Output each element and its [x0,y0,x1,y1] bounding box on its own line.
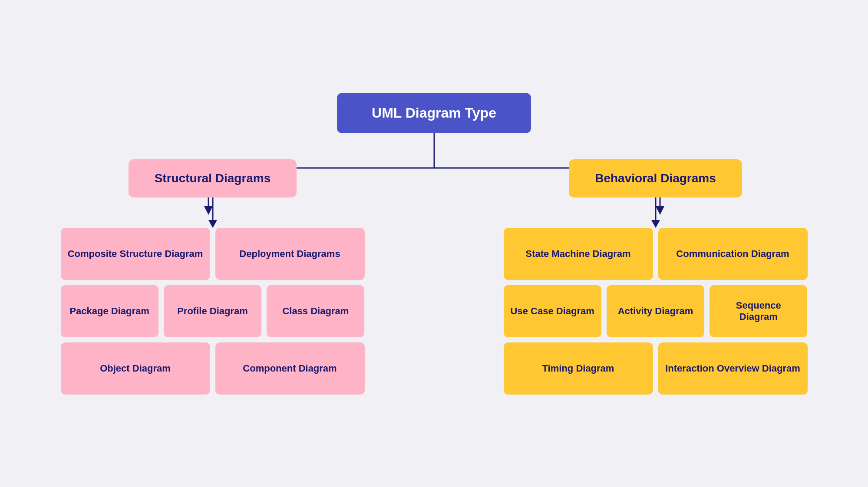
svg-marker-9 [651,220,660,228]
behavioral-item-usecase: Use Case Diagram [504,285,601,337]
structural-item-component: Component Diagram [215,342,365,395]
behavioral-item-communication: Communication Diagram [658,228,808,280]
svg-marker-7 [208,220,217,228]
behavioral-branch: Behavioral Diagrams State Machine Diagra… [504,159,808,395]
behavioral-label: Behavioral Diagrams [595,171,716,185]
structural-item-class: Class Diagram [267,285,364,337]
structural-item-composite: Composite Structure Diagram [61,228,210,280]
structural-branch: Structural Diagrams Composite Structure … [61,159,365,395]
diagram-container: UML Diagram Type Structural Diagrams [43,93,825,395]
structural-item-profile: Profile Diagram [164,285,261,337]
behavioral-item-timing: Timing Diagram [504,342,653,395]
structural-item-deployment: Deployment Diagrams [215,228,365,280]
structural-arrow [206,197,219,228]
behavioral-item-interaction: Interaction Overview Diagram [658,342,808,395]
structural-label: Structural Diagrams [155,171,271,185]
behavioral-node: Behavioral Diagrams [569,159,742,197]
structural-node: Structural Diagrams [129,159,297,197]
behavioral-item-activity: Activity Diagram [607,285,704,337]
behavioral-item-sequence: Sequence Diagram [710,285,807,337]
root-label: UML Diagram Type [372,105,496,121]
behavioral-item-statemachine: State Machine Diagram [504,228,653,280]
behavioral-arrow [649,197,662,228]
structural-item-package: Package Diagram [61,285,158,337]
structural-item-object: Object Diagram [61,342,210,395]
root-node: UML Diagram Type [337,93,531,133]
